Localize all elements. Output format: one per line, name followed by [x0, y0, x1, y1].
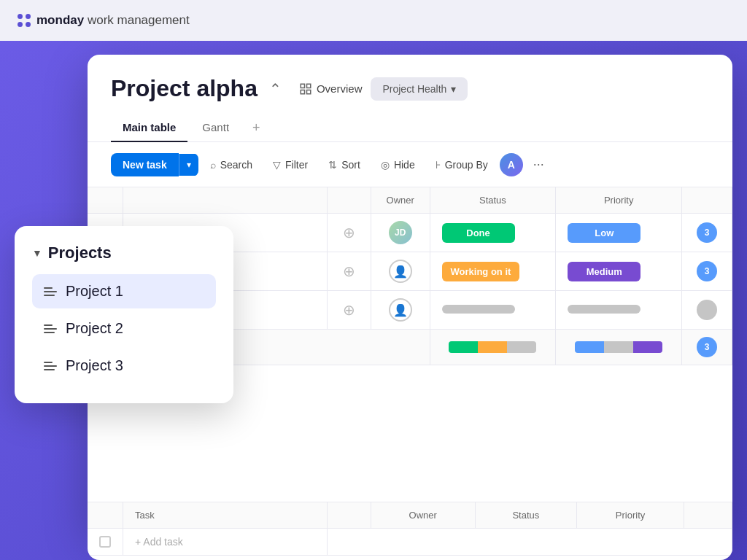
- overview-label: Overview: [317, 82, 363, 95]
- add-owner-icon[interactable]: ⊕: [343, 302, 355, 318]
- sidebar-item-project1[interactable]: Project 1: [32, 274, 216, 308]
- hide-button[interactable]: ◎ Hide: [372, 153, 424, 176]
- list-icon: [44, 324, 57, 333]
- pbar-low: [575, 341, 604, 353]
- owner-header: Owner: [371, 187, 430, 214]
- summary-number-badge: 3: [697, 337, 717, 357]
- status-summary-cell: [430, 330, 556, 365]
- sort-button[interactable]: ⇅ Sort: [320, 153, 369, 176]
- ai-icon-button[interactable]: A: [500, 153, 523, 176]
- bar-empty: [507, 341, 536, 353]
- project-title-row: Project alpha ⌃ Overview Project Health …: [111, 75, 709, 102]
- number-badge: 3: [697, 261, 717, 281]
- tab-gantt[interactable]: Gantt: [190, 114, 241, 142]
- tabs-row: Main table Gantt +: [111, 114, 709, 141]
- empty-number-badge: [697, 300, 717, 320]
- logo-dot: [26, 22, 31, 27]
- filter-icon: ▽: [273, 159, 281, 171]
- status-header: Status: [430, 187, 556, 214]
- bottom-header-row: Task Owner Status Priority: [88, 502, 732, 529]
- priority-badge: [568, 305, 640, 314]
- search-button[interactable]: ⌕ Search: [201, 153, 261, 176]
- sidebar-projects-header: ▼ Projects: [32, 244, 216, 262]
- logo-text: monday work management: [36, 13, 190, 28]
- checkbox-header: [88, 187, 123, 214]
- priority-header: Priority: [556, 187, 682, 214]
- logo-icon: [18, 14, 31, 27]
- add-task-cell[interactable]: + Add task: [123, 529, 328, 556]
- status-cell[interactable]: Working on it: [430, 252, 556, 291]
- sidebar-popup: ▼ Projects Project 1 Project 2 Project 3: [15, 226, 233, 403]
- avatar-placeholder: 👤: [389, 260, 412, 283]
- add-owner-cell[interactable]: ⊕: [328, 252, 371, 291]
- priority-cell[interactable]: Low: [556, 214, 682, 252]
- svg-rect-1: [306, 84, 310, 88]
- top-bar: monday work management: [0, 0, 747, 41]
- overview-link[interactable]: Overview: [299, 82, 363, 96]
- status-badge: Working on it: [442, 262, 520, 281]
- list-icon: [44, 362, 57, 370]
- status-cell[interactable]: Done: [430, 214, 556, 252]
- task-name-header: [123, 187, 328, 214]
- more-options-button[interactable]: ···: [526, 151, 551, 178]
- sidebar-item-label: Project 2: [66, 320, 123, 337]
- group-by-button[interactable]: ⊦ Group By: [427, 153, 497, 176]
- svg-rect-0: [301, 84, 304, 88]
- add-owner-cell[interactable]: ⊕: [328, 214, 371, 252]
- add-task-rest: [328, 529, 732, 556]
- sidebar-item-label: Project 1: [66, 283, 123, 300]
- bottom-add-header: [328, 502, 371, 529]
- add-owner-icon[interactable]: ⊕: [343, 225, 355, 241]
- add-task-checkbox-input[interactable]: [99, 536, 111, 548]
- project-health-button[interactable]: Project Health ▾: [371, 77, 468, 101]
- add-owner-header: [328, 187, 371, 214]
- bottom-table-strip: Task Owner Status Priority: [88, 502, 732, 560]
- priority-cell[interactable]: Medium: [556, 252, 682, 291]
- add-task-row[interactable]: + Add task: [88, 529, 732, 556]
- svg-rect-3: [306, 90, 310, 93]
- project-health-label: Project Health: [382, 83, 446, 95]
- toolbar: New task ▾ ⌕ Search ▽ Filter ⇅ Sort ◎ Hi…: [88, 142, 732, 187]
- table-header-row: Owner Status Priority: [88, 187, 732, 214]
- status-summary-bar: [449, 341, 536, 353]
- header-actions: Overview Project Health ▾: [299, 77, 468, 101]
- tab-add-button[interactable]: +: [244, 114, 269, 141]
- add-owner-cell[interactable]: ⊕: [328, 291, 371, 330]
- logo-dot: [26, 14, 31, 19]
- hide-icon: ◎: [381, 159, 390, 171]
- sidebar-item-label: Project 3: [66, 357, 123, 374]
- number-cell: 3: [682, 252, 732, 291]
- pbar-empty: [604, 341, 633, 353]
- collapse-arrow-icon[interactable]: ▼: [32, 247, 42, 259]
- new-task-dropdown-button[interactable]: ▾: [179, 154, 198, 176]
- logo-dot: [18, 14, 23, 19]
- tab-main-table[interactable]: Main table: [111, 114, 187, 142]
- logo: monday work management: [18, 13, 190, 28]
- new-task-button[interactable]: New task ▾: [111, 153, 198, 176]
- owner-cell: JD: [371, 214, 430, 252]
- bottom-status-header: Status: [475, 502, 577, 529]
- add-owner-icon[interactable]: ⊕: [343, 263, 355, 279]
- status-badge: Done: [442, 223, 515, 243]
- sidebar-item-project2[interactable]: Project 2: [32, 311, 216, 346]
- priority-summary-cell: [556, 330, 682, 365]
- bottom-priority-header: Priority: [577, 502, 684, 529]
- filter-button[interactable]: ▽ Filter: [264, 153, 317, 176]
- title-chevron-icon[interactable]: ⌃: [269, 80, 282, 98]
- chevron-down-icon: ▾: [451, 83, 456, 95]
- avatar-placeholder: 👤: [389, 298, 412, 322]
- sidebar-title: Projects: [48, 244, 112, 262]
- priority-cell[interactable]: [556, 291, 682, 330]
- status-cell[interactable]: [430, 291, 556, 330]
- owner-cell: 👤: [371, 252, 430, 291]
- new-task-main-button[interactable]: New task: [111, 153, 179, 176]
- priority-summary-bar: [575, 341, 662, 353]
- logo-dot: [18, 22, 23, 27]
- number-summary-cell: 3: [682, 330, 732, 365]
- status-badge: [442, 305, 515, 314]
- avatar: JD: [389, 221, 412, 244]
- sidebar-item-project3[interactable]: Project 3: [32, 349, 216, 383]
- priority-badge: Medium: [568, 262, 640, 281]
- overview-icon: [299, 82, 312, 96]
- card-header: Project alpha ⌃ Overview Project Health …: [88, 55, 732, 142]
